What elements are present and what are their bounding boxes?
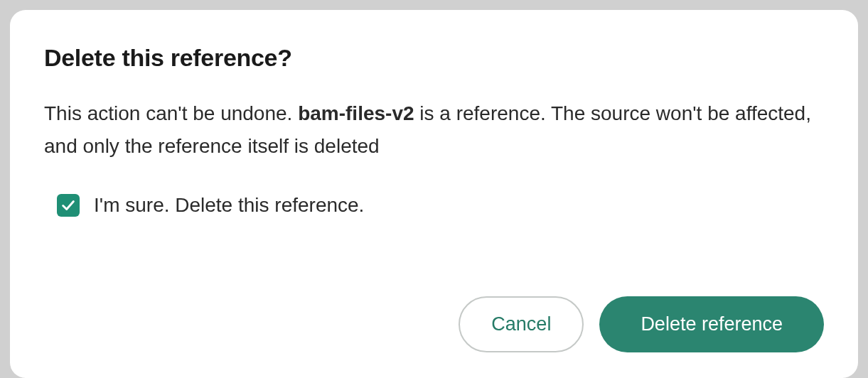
dialog-title: Delete this reference? (44, 44, 824, 72)
check-icon (60, 198, 76, 213)
confirm-checkbox[interactable] (57, 194, 80, 217)
body-prefix-text: This action can't be undone. (44, 102, 298, 124)
confirm-label: I'm sure. Delete this reference. (94, 194, 364, 217)
cancel-button[interactable]: Cancel (459, 296, 584, 352)
delete-reference-dialog: Delete this reference? This action can't… (10, 10, 858, 378)
confirm-row: I'm sure. Delete this reference. (57, 194, 824, 217)
delete-reference-button[interactable]: Delete reference (599, 296, 824, 352)
dialog-body: This action can't be undone. bam-files-v… (44, 97, 824, 163)
dialog-footer: Cancel Delete reference (44, 275, 824, 352)
reference-name: bam-files-v2 (298, 102, 414, 124)
